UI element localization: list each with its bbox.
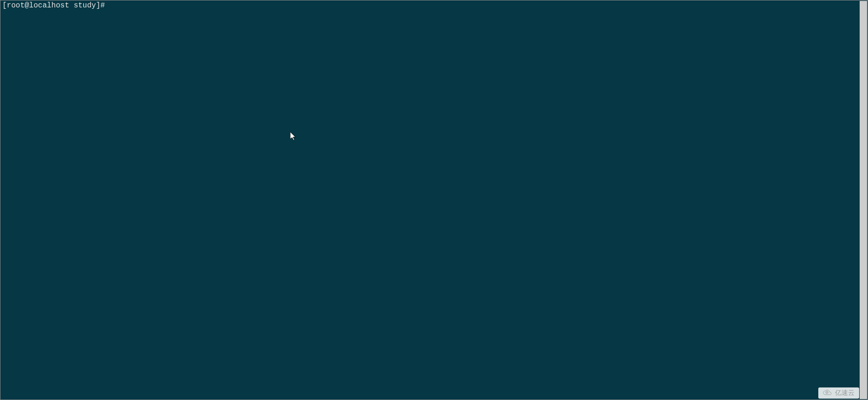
scrollbar-thumb[interactable] bbox=[860, 1, 867, 399]
shell-prompt: [root@localhost study]# bbox=[2, 1, 109, 10]
watermark-badge: 亿速云 bbox=[818, 387, 859, 399]
terminal-window[interactable]: [root@localhost study]# bbox=[0, 0, 868, 400]
vertical-scrollbar[interactable] bbox=[860, 1, 867, 399]
cloud-icon bbox=[823, 390, 832, 396]
prompt-line: [root@localhost study]# bbox=[2, 1, 866, 10]
watermark-text: 亿速云 bbox=[835, 389, 855, 397]
